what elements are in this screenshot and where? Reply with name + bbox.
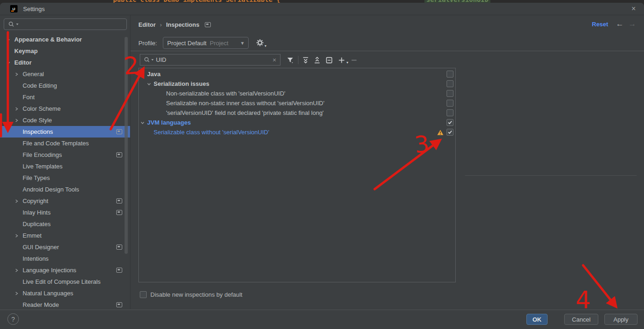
inspection-row-serializable-class-without-serialversion[interactable]: Serializable class without 'serialVersio… [139, 127, 455, 137]
inspections-search-input[interactable]: UID × [140, 54, 280, 66]
disable-new-inspections-row: Disable new inspections by default [140, 291, 242, 298]
sidebar-item-keymap[interactable]: Keymap [0, 45, 130, 57]
sidebar-item-natural-languages[interactable]: Natural Languages [0, 287, 130, 299]
inspection-row-serialversionuid-field-not-declared-priv[interactable]: 'serialVersionUID' field not declared 'p… [139, 108, 455, 118]
sidebar-item-language-injections[interactable]: Language Injections [0, 264, 130, 276]
chevron-right-icon[interactable] [15, 292, 23, 295]
sidebar-item-copyright[interactable]: Copyright [0, 195, 130, 207]
disable-new-inspections-checkbox[interactable] [140, 291, 147, 298]
sidebar-item-reader-mode[interactable]: Reader Mode [0, 299, 130, 309]
sidebar-item-gui-designer[interactable]: GUI Designer [0, 241, 130, 253]
sidebar-item-general[interactable]: General [0, 68, 130, 80]
inspection-row-serialization-issues[interactable]: Serialization issues [139, 79, 455, 89]
sidebar-item-appearance-behavior[interactable]: Appearance & Behavior [0, 34, 130, 45]
sidebar-item-code-style[interactable]: Code Style [0, 114, 130, 126]
inspection-checkbox-checked[interactable] [447, 129, 453, 136]
inspection-label: 'serialVersionUID' field not declared 'p… [166, 109, 324, 116]
pin-icon[interactable] [205, 22, 211, 27]
chevron-right-icon[interactable] [15, 234, 23, 238]
breadcrumb-separator: › [160, 21, 162, 28]
chevron-right-icon[interactable] [6, 38, 14, 42]
reset-severity-button[interactable] [325, 56, 333, 64]
chevron-down-icon[interactable] [147, 82, 154, 86]
search-options-caret-icon [16, 23, 19, 26]
dialog-titlebar: IJ Settings × [0, 3, 644, 15]
sidebar-item-duplicates[interactable]: Duplicates [0, 218, 130, 230]
sidebar-item-label: Code Style [23, 117, 52, 124]
chevron-down-icon: ▼ [240, 41, 245, 46]
profile-hint: Project [210, 40, 228, 47]
chevron-down-icon[interactable] [141, 121, 147, 125]
profile-dropdown[interactable]: Project Default Project ▼ [163, 37, 249, 49]
sidebar-item-file-types[interactable]: File Types [0, 172, 130, 184]
reset-link[interactable]: Reset [592, 21, 608, 28]
inspection-row-java[interactable]: Java [139, 69, 455, 79]
add-inspection-button[interactable]: ▾ [337, 56, 346, 64]
chevron-right-icon[interactable] [15, 107, 23, 111]
sidebar-item-emmet[interactable]: Emmet [0, 230, 130, 241]
intellij-logo-icon: IJ [10, 5, 18, 12]
filter-button[interactable] [286, 56, 294, 64]
pin-icon [116, 245, 122, 250]
chevron-down-icon[interactable] [141, 72, 147, 76]
sidebar-item-label: File Types [23, 174, 50, 181]
inspection-checkbox[interactable] [447, 100, 453, 107]
chevron-down-icon[interactable] [6, 61, 14, 65]
close-icon[interactable]: × [632, 5, 636, 12]
sidebar-item-label: Reader Mode [23, 301, 59, 308]
chevron-right-icon[interactable] [15, 199, 23, 203]
inspection-label: Java [147, 71, 161, 78]
help-button[interactable]: ? [7, 313, 19, 325]
remove-inspection-button [350, 56, 358, 64]
sidebar-item-android-design-tools[interactable]: Android Design Tools [0, 184, 130, 195]
inspection-row-jvm-languages[interactable]: JVM languages [139, 118, 455, 127]
apply-button[interactable]: Apply [604, 314, 638, 325]
sidebar-item-label: Font [23, 94, 35, 101]
back-arrow-icon[interactable]: ← [616, 19, 624, 29]
inspection-checkbox[interactable] [447, 80, 453, 87]
inspection-row-non-serializable-class-with-serialversio[interactable]: Non-serializable class with 'serialVersi… [139, 89, 455, 98]
expand-all-button[interactable] [301, 56, 310, 64]
inspection-checkbox[interactable] [447, 90, 453, 97]
screen: public class Demo implements Serializabl… [0, 0, 644, 329]
chevron-right-icon[interactable] [15, 72, 23, 76]
cancel-button[interactable]: Cancel [564, 314, 598, 325]
sidebar-item-label: Code Editing [23, 82, 57, 89]
inspection-checkbox-checked[interactable] [447, 119, 453, 126]
sidebar-item-inlay-hints[interactable]: Inlay Hints [0, 207, 130, 218]
settings-search-input[interactable] [4, 18, 127, 30]
boxed-minus-icon [325, 56, 333, 64]
filter-icon [286, 56, 294, 64]
chevron-right-icon[interactable] [15, 119, 23, 122]
clear-search-icon[interactable]: × [273, 57, 276, 63]
sidebar-item-label: Duplicates [23, 221, 51, 227]
profile-settings-button[interactable]: ▾ [256, 39, 265, 47]
sidebar-item-live-edit-of-compose-literals[interactable]: Live Edit of Compose Literals [0, 276, 130, 287]
sidebar-item-editor[interactable]: Editor [0, 57, 130, 68]
sidebar-item-color-scheme[interactable]: Color Scheme [0, 103, 130, 114]
breadcrumb-inspections[interactable]: Inspections [166, 21, 199, 28]
sidebar-scrollbar[interactable] [125, 37, 128, 254]
sidebar-item-label: Color Scheme [23, 105, 60, 112]
collapse-all-button[interactable] [313, 56, 321, 64]
sidebar-item-file-and-code-templates[interactable]: File and Code Templates [0, 138, 130, 149]
inspections-tree-panel: JavaSerialization issuesNon-serializable… [138, 68, 456, 282]
sidebar-item-inspections[interactable]: Inspections [0, 126, 130, 138]
pin-icon [116, 129, 122, 134]
chevron-right-icon[interactable] [15, 269, 23, 272]
search-options-caret-icon [151, 59, 154, 61]
sidebar-item-intentions[interactable]: Intentions [0, 253, 130, 264]
inspection-row-serializable-non-static-inner-class-with[interactable]: Serializable non-static inner class with… [139, 98, 455, 108]
sidebar-item-live-templates[interactable]: Live Templates [0, 161, 130, 172]
inspection-checkbox[interactable] [447, 109, 453, 116]
sidebar-item-code-editing[interactable]: Code Editing [0, 80, 130, 91]
sidebar-item-font[interactable]: Font [0, 91, 130, 103]
sidebar-item-file-encodings[interactable]: File Encodings [0, 149, 130, 161]
inspection-checkbox[interactable] [447, 71, 453, 78]
settings-tree: Appearance & BehaviorKeymapEditorGeneral… [0, 34, 130, 309]
disable-new-inspections-label: Disable new inspections by default [150, 291, 242, 298]
ok-button[interactable]: OK [526, 314, 548, 325]
breadcrumb-editor[interactable]: Editor [138, 21, 156, 28]
sidebar-item-label: Intentions [23, 255, 48, 262]
pin-icon [116, 198, 122, 203]
